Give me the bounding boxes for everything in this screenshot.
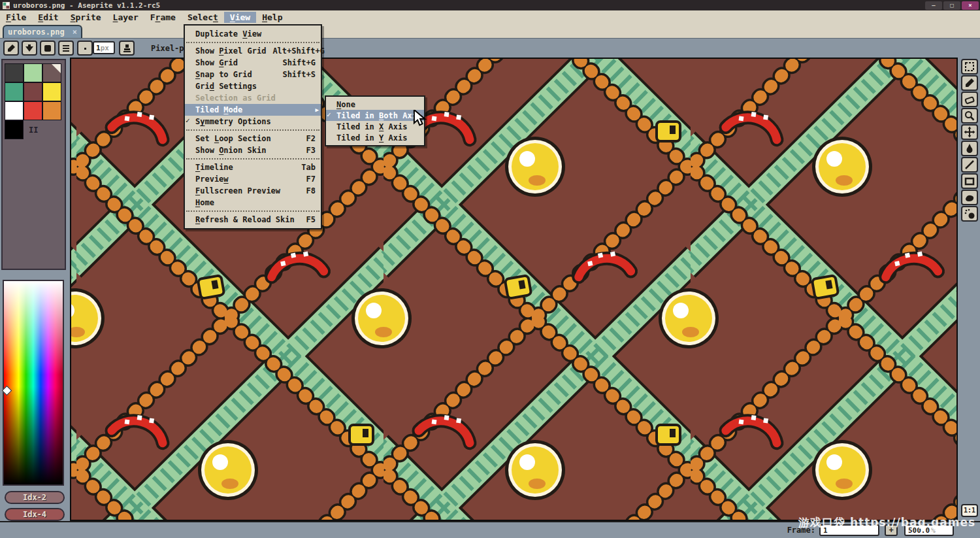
menu-sprite[interactable]: Sprite <box>65 12 107 23</box>
menu-help[interactable]: Help <box>256 12 288 23</box>
palette-swatch[interactable] <box>24 82 42 101</box>
foreground-color-button[interactable]: Idx-2 <box>5 491 65 504</box>
pencil-icon <box>964 77 975 89</box>
menu-edit[interactable]: Edit <box>32 12 64 23</box>
ink-type-button[interactable] <box>3 41 19 56</box>
brush-type-button[interactable] <box>40 41 56 56</box>
check-icon: ✓ <box>327 110 331 119</box>
tool-contour[interactable] <box>961 190 978 205</box>
menu-item-fullscreen-preview[interactable]: Fullscreen PreviewF8 <box>185 185 321 197</box>
menu-lines-icon <box>61 43 71 54</box>
options-button[interactable] <box>58 41 74 56</box>
menu-item-show-pixel-grid[interactable]: Show Pixel GridAlt+Shift+G <box>185 45 321 57</box>
title-bar[interactable]: uroboros.png - Aseprite v1.1.2-rc5 – □ × <box>0 0 980 10</box>
menu-file[interactable]: File <box>0 12 32 23</box>
background-color-button[interactable]: Idx-4 <box>5 508 65 521</box>
menu-bar: File Edit Sprite Layer Frame Select View… <box>0 10 980 24</box>
check-icon: ✓ <box>186 116 190 125</box>
palette-swatch[interactable] <box>24 63 42 82</box>
minimize-button[interactable]: – <box>925 1 942 10</box>
palette-swatch[interactable] <box>42 101 61 120</box>
brush-preview-button[interactable] <box>77 41 93 56</box>
menu-item-home[interactable]: Home <box>185 197 321 209</box>
tab-bar: uroboros.png × <box>0 24 980 38</box>
arrow-down-icon <box>24 43 35 54</box>
palette-swatch[interactable] <box>5 82 24 101</box>
blob-icon <box>964 192 975 203</box>
menu-item-timeline[interactable]: TimelineTab <box>185 161 321 173</box>
menu-item-grid-settings[interactable]: Grid Settings <box>185 80 321 92</box>
palette-swatch[interactable] <box>42 82 61 101</box>
tool-line[interactable] <box>961 157 978 173</box>
palette-swatch[interactable] <box>24 101 42 120</box>
color-spectrum-picker[interactable] <box>3 280 64 486</box>
ink-drop-icon <box>964 143 975 154</box>
palette-swatch[interactable] <box>5 101 24 120</box>
maximize-button[interactable]: □ <box>943 1 960 10</box>
tool-eraser[interactable] <box>961 92 978 107</box>
eraser-icon <box>964 93 975 105</box>
brush-size-unit: px <box>101 44 109 52</box>
menu-item-preview[interactable]: PreviewF7 <box>185 173 321 185</box>
tab-close-icon[interactable]: × <box>73 27 77 37</box>
stamp-icon <box>122 43 132 54</box>
menu-item-set-loop-section[interactable]: Set Loop SectionF2 <box>185 133 321 144</box>
menu-item-show-grid[interactable]: Show GridShift+G <box>185 57 321 69</box>
pen-icon <box>6 43 16 54</box>
menu-item-symmetry-options[interactable]: ✓Symmetry Options <box>185 116 321 127</box>
app-icon <box>3 2 10 9</box>
brush-size-value: 1 <box>96 44 101 52</box>
tool-palette: 1:1 <box>959 58 980 521</box>
mouse-cursor <box>413 110 429 127</box>
submenu-item-tiled-x-axis[interactable]: Tiled in X Axis <box>326 121 424 132</box>
submenu-item-tiled-both-axis[interactable]: ✓Tiled in Both Axis <box>326 110 424 121</box>
context-toolbar: 1px Pixel-perfect <box>0 38 980 58</box>
menu-separator <box>186 210 319 212</box>
menu-item-selection-as-grid: Selection as Grid <box>185 92 321 104</box>
tab-label: uroboros.png <box>8 27 65 37</box>
menu-separator <box>186 129 319 131</box>
ink-button[interactable] <box>119 41 135 56</box>
marquee-icon <box>964 61 975 73</box>
aseprite-window: uroboros.png - Aseprite v1.1.2-rc5 – □ ×… <box>0 0 980 538</box>
palette-swatch[interactable] <box>42 63 61 82</box>
submenu-item-none[interactable]: None <box>326 99 424 110</box>
menu-item-show-onion-skin[interactable]: Show Onion SkinF3 <box>185 144 321 156</box>
tool-pencil[interactable] <box>961 75 978 91</box>
close-button[interactable]: × <box>962 1 979 10</box>
ink-opacity-button[interactable] <box>22 41 37 56</box>
tab-uroboros[interactable]: uroboros.png × <box>3 25 82 38</box>
menu-item-tiled-mode[interactable]: Tiled Mode▶ <box>185 104 321 116</box>
menu-layer[interactable]: Layer <box>107 12 144 23</box>
submenu-arrow-icon: ▶ <box>316 107 319 113</box>
tiled-mode-submenu: None ✓Tiled in Both Axis Tiled in X Axis… <box>325 95 425 146</box>
menu-view[interactable]: View <box>224 12 256 23</box>
tool-paint-bucket[interactable] <box>961 141 978 156</box>
spray-icon <box>964 208 975 220</box>
line-icon <box>964 159 975 171</box>
filled-square-icon <box>42 43 53 54</box>
menu-select[interactable]: Select <box>182 12 224 23</box>
menu-item-snap-to-grid[interactable]: Snap to GridShift+S <box>185 69 321 80</box>
tool-move[interactable] <box>961 124 978 140</box>
menu-item-refresh-reload-skin[interactable]: Refresh & Reload SkinF5 <box>185 214 321 226</box>
move-icon <box>964 126 975 138</box>
menu-item-duplicate-view[interactable]: Duplicate View <box>185 28 321 40</box>
menu-frame[interactable]: Frame <box>144 12 182 23</box>
palette-panel: II <box>1 59 66 270</box>
tool-rectangle[interactable] <box>961 173 978 189</box>
menu-separator <box>186 158 319 160</box>
tool-spray[interactable] <box>961 206 978 222</box>
menu-separator <box>186 42 319 43</box>
tool-rectangular-marquee[interactable] <box>961 59 978 75</box>
palette-swatch[interactable] <box>5 63 24 82</box>
palette-swatch[interactable] <box>5 120 24 139</box>
window-title: uroboros.png - Aseprite v1.1.2-rc5 <box>13 1 160 10</box>
view-menu-popup: Duplicate View Show Pixel GridAlt+Shift+… <box>184 24 322 229</box>
brush-size-input[interactable]: 1px <box>93 41 115 54</box>
submenu-item-tiled-y-axis[interactable]: Tiled in Y Axis <box>326 132 424 143</box>
spectrum-marker[interactable] <box>2 386 12 396</box>
palette-index-marker: II <box>29 126 38 135</box>
tool-zoom[interactable] <box>961 108 978 124</box>
dot-icon <box>80 43 90 54</box>
